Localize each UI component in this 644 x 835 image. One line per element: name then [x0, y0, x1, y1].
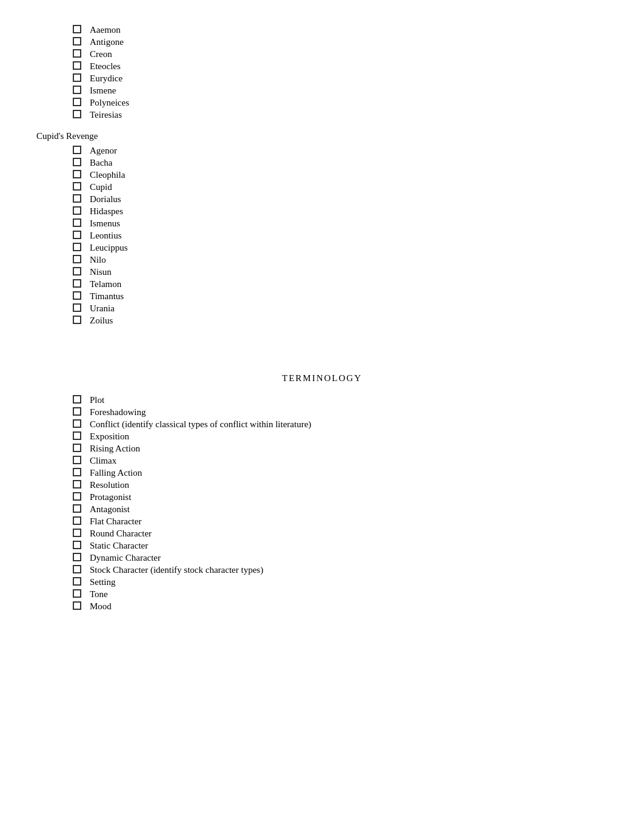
list-item: Bacha	[36, 157, 608, 168]
item-text: Antigone	[90, 37, 124, 47]
bullet-icon	[73, 267, 81, 276]
item-text: Bacha	[90, 158, 112, 168]
item-text: Antagonist	[90, 504, 130, 515]
list-item: Tone	[36, 589, 608, 600]
bullet-icon	[73, 243, 81, 251]
item-text: Climax	[90, 456, 116, 466]
list-item: Eurydice	[36, 73, 608, 84]
bullet-icon	[73, 565, 81, 573]
item-text: Stock Character (identify stock characte…	[90, 565, 263, 575]
list-item: Plot	[36, 394, 608, 405]
list-item: Zoilus	[36, 315, 608, 326]
list-item: Climax	[36, 455, 608, 466]
item-text: Conflict (identify classical types of co…	[90, 419, 311, 430]
item-text: Mood	[90, 601, 112, 612]
list-item: Polyneices	[36, 97, 608, 108]
list-item: Stock Character (identify stock characte…	[36, 564, 608, 575]
bullet-icon	[73, 37, 81, 46]
list-item: Ismenus	[36, 218, 608, 229]
item-text: Foreshadowing	[90, 407, 146, 418]
bullet-icon	[73, 25, 81, 33]
item-text: Dorialus	[90, 194, 121, 205]
bullet-icon	[73, 61, 81, 70]
list-item: Hidaspes	[36, 206, 608, 217]
antigone-character-list: Aaemon Antigone Creon Eteocles Eurydice …	[36, 24, 608, 120]
bullet-icon	[73, 577, 81, 586]
list-item: Creon	[36, 49, 608, 59]
bullet-icon	[73, 529, 81, 537]
list-item: Mood	[36, 601, 608, 612]
bullet-icon	[73, 170, 81, 178]
list-item: Conflict (identify classical types of co…	[36, 419, 608, 430]
list-item: Timantus	[36, 291, 608, 302]
item-text: Rising Action	[90, 444, 140, 454]
bullet-icon	[73, 73, 81, 82]
bullet-icon	[73, 431, 81, 440]
list-item: Teiresias	[36, 109, 608, 120]
bullet-icon	[73, 110, 81, 118]
bullet-icon	[73, 516, 81, 525]
cupids-revenge-list: Agenor Bacha Cleophila Cupid Dorialus Hi…	[36, 145, 608, 326]
list-item: Aaemon	[36, 24, 608, 35]
list-item: Flat Character	[36, 516, 608, 527]
bullet-icon	[73, 316, 81, 324]
bullet-icon	[73, 49, 81, 58]
bullet-icon	[73, 601, 81, 610]
list-item: Cupid	[36, 181, 608, 192]
list-item: Eteocles	[36, 61, 608, 72]
bullet-icon	[73, 206, 81, 215]
item-text: Telamon	[90, 279, 121, 289]
item-text: Resolution	[90, 480, 129, 490]
list-item: Antigone	[36, 36, 608, 47]
item-text: Leontius	[90, 231, 122, 241]
bullet-icon	[73, 291, 81, 300]
terminology-heading: TERMINOLOGY	[36, 373, 608, 384]
item-text: Setting	[90, 577, 116, 587]
bullet-icon	[73, 480, 81, 488]
item-text: Creon	[90, 49, 112, 59]
list-item: Cleophila	[36, 169, 608, 180]
item-text: Dynamic Character	[90, 553, 161, 563]
bullet-icon	[73, 468, 81, 476]
bullet-icon	[73, 231, 81, 239]
list-item: Falling Action	[36, 467, 608, 478]
bullet-icon	[73, 504, 81, 513]
list-item: Setting	[36, 576, 608, 587]
bullet-icon	[73, 194, 81, 203]
list-item: Round Character	[36, 528, 608, 539]
cupids-revenge-title: Cupid's Revenge	[36, 131, 608, 141]
item-text: Round Character	[90, 529, 152, 539]
item-text: Static Character	[90, 541, 148, 551]
item-text: Leucippus	[90, 243, 127, 253]
antigone-section: Aaemon Antigone Creon Eteocles Eurydice …	[36, 24, 608, 120]
item-text: Ismene	[90, 86, 116, 96]
item-text: Plot	[90, 395, 104, 405]
list-item: Resolution	[36, 479, 608, 490]
bullet-icon	[73, 541, 81, 549]
item-text: Tone	[90, 589, 108, 600]
list-item: Exposition	[36, 431, 608, 442]
list-item: Rising Action	[36, 443, 608, 454]
item-text: Cupid	[90, 182, 112, 192]
item-text: Protagonist	[90, 492, 131, 502]
list-item: Protagonist	[36, 492, 608, 502]
bullet-icon	[73, 407, 81, 416]
item-text: Zoilus	[90, 316, 113, 326]
list-item: Leucippus	[36, 242, 608, 253]
list-item: Static Character	[36, 540, 608, 551]
item-text: Hidaspes	[90, 206, 123, 217]
bullet-icon	[73, 158, 81, 166]
list-item: Telamon	[36, 279, 608, 289]
bullet-icon	[73, 444, 81, 452]
bullet-icon	[73, 419, 81, 428]
terminology-list: Plot Foreshadowing Conflict (identify cl…	[36, 394, 608, 612]
bullet-icon	[73, 255, 81, 263]
item-text: Teiresias	[90, 110, 122, 120]
item-text: Agenor	[90, 146, 117, 156]
item-text: Ismenus	[90, 218, 120, 229]
bullet-icon	[73, 303, 81, 312]
bullet-icon	[73, 589, 81, 598]
item-text: Flat Character	[90, 516, 141, 527]
item-text: Exposition	[90, 431, 129, 442]
terminology-section: TERMINOLOGY Plot Foreshadowing Conflict …	[36, 373, 608, 612]
